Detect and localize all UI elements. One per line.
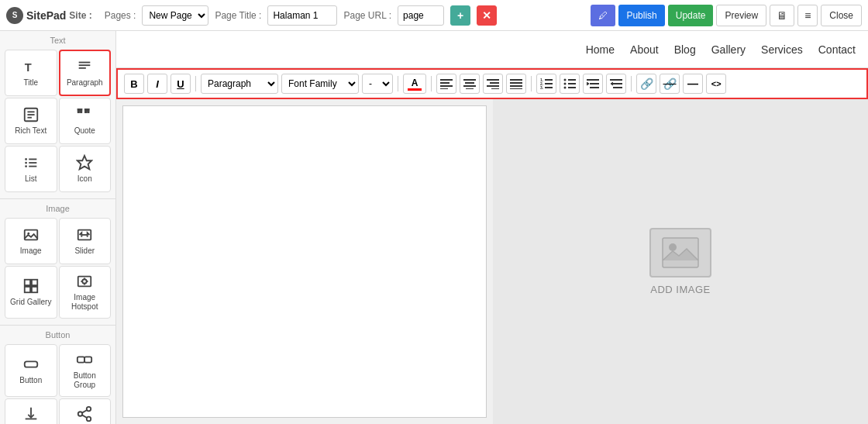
svg-rect-31 — [25, 361, 38, 367]
svg-point-13 — [25, 158, 27, 160]
sidebar-button-grid: Button Button Group Download Button — [0, 341, 115, 424]
nav-gallery[interactable]: Gallery — [711, 43, 746, 56]
brand: S SitePad Site : — [6, 7, 92, 24]
sidebar-section-text: Text — [0, 31, 115, 47]
text-color-button[interactable]: A — [403, 74, 426, 94]
page-url-input[interactable] — [398, 5, 444, 26]
font-size-select[interactable]: - 8 10 12 14 16 18 24 — [362, 74, 393, 94]
svg-line-37 — [82, 415, 87, 418]
site-label: Site : — [69, 10, 91, 21]
hr-button[interactable]: — — [683, 74, 703, 94]
unlink-button[interactable]: 🔗 — [660, 74, 680, 94]
sidebar-item-button[interactable]: Button — [5, 344, 57, 397]
add-page-button[interactable]: + — [450, 5, 470, 26]
desktop-button[interactable]: 🖥 — [770, 5, 794, 26]
preview-button[interactable]: Preview — [716, 5, 766, 26]
sidebar-item-quote[interactable]: " " Quote — [59, 98, 112, 144]
bold-button[interactable]: B — [124, 74, 144, 94]
sidebar-item-image[interactable]: Image — [5, 218, 57, 264]
sidebar-item-richtext-label: Rich Text — [15, 126, 46, 136]
toolbar-sep-1 — [195, 76, 196, 91]
sidebar-item-paragraph[interactable]: Paragraph — [59, 50, 112, 96]
topbar-right: 🖊 Publish Update Preview 🖥 ≡ Close — [591, 5, 862, 26]
sidebar-item-button-group[interactable]: Button Group — [59, 344, 112, 397]
nav-services[interactable]: Services — [761, 43, 803, 56]
align-center-button[interactable] — [460, 74, 480, 94]
brand-icon: S — [6, 7, 23, 24]
svg-point-35 — [78, 412, 83, 416]
update-button[interactable]: Update — [668, 5, 714, 26]
sidebar-item-quote-label: Quote — [74, 126, 95, 136]
preview-mode-button[interactable]: 🖊 — [591, 5, 615, 26]
sidebar-item-image-hotspot[interactable]: Image Hotspot — [59, 266, 112, 319]
sidebar-item-icon-label: Icon — [78, 174, 92, 184]
close-button[interactable]: Close — [821, 5, 862, 26]
toolbar-sep-4 — [531, 76, 532, 91]
text-panel[interactable] — [122, 105, 487, 418]
sidebar-item-slider-label: Slider — [74, 246, 95, 256]
ordered-list-button[interactable]: 1.2.3. — [536, 74, 556, 94]
align-left-button[interactable] — [436, 74, 456, 94]
editor-content: ADD IMAGE — [116, 99, 868, 424]
svg-line-38 — [82, 410, 87, 413]
editor-toolbar: B I U Paragraph Heading 1 Heading 2 Head… — [116, 68, 868, 99]
brand-name: SitePad — [26, 9, 66, 22]
sidebar-item-list[interactable]: List — [5, 146, 57, 192]
nav-blog[interactable]: Blog — [674, 43, 696, 56]
svg-point-14 — [25, 162, 27, 164]
page-title-input[interactable] — [267, 5, 337, 26]
sidebar-item-title-label: Title — [23, 78, 38, 88]
sidebar-section-image: Image — [0, 198, 115, 215]
format-select[interactable]: Paragraph Heading 1 Heading 2 Heading 3 — [201, 74, 278, 94]
image-icon-box — [649, 228, 711, 277]
svg-point-69 — [564, 83, 567, 85]
sidebar-item-download-button[interactable]: Download Button — [5, 398, 57, 424]
indent-button[interactable] — [583, 74, 603, 94]
align-right-button[interactable] — [483, 74, 503, 94]
sidebar-item-icon[interactable]: Icon — [59, 146, 112, 192]
sidebar-item-grid-gallery[interactable]: Grid Gallery — [5, 266, 57, 319]
svg-marker-16 — [78, 156, 91, 169]
svg-point-15 — [25, 165, 27, 167]
sidebar-item-image-hotspot-label: Image Hotspot — [63, 293, 108, 312]
sidebar-item-social-share[interactable]: Social Share Buttons — [59, 398, 112, 424]
underline-button[interactable]: U — [170, 74, 191, 94]
main-layout: Text T Title Paragraph — [0, 31, 868, 424]
svg-point-34 — [87, 407, 91, 412]
outdent-button[interactable] — [606, 74, 626, 94]
sidebar-item-image-label: Image — [20, 246, 42, 256]
svg-point-68 — [564, 79, 567, 81]
add-image-label: ADD IMAGE — [650, 284, 710, 295]
nav-bar: Home About Blog Gallery Services Contact — [116, 31, 868, 68]
sidebar-text-grid: T Title Paragraph Rich Text — [0, 47, 115, 195]
sidebar-item-paragraph-label: Paragraph — [67, 78, 103, 88]
svg-rect-17 — [25, 230, 38, 240]
sidebar-item-slider[interactable]: Slider — [59, 218, 112, 264]
nav-home[interactable]: Home — [586, 43, 615, 56]
pages-select[interactable]: New Page — [142, 5, 208, 26]
svg-rect-22 — [32, 280, 37, 285]
svg-point-18 — [27, 233, 29, 235]
svg-point-26 — [83, 279, 88, 284]
pages-label: Pages : — [105, 10, 136, 21]
svg-point-70 — [564, 87, 567, 89]
svg-point-36 — [87, 417, 91, 422]
nav-contact[interactable]: Contact — [818, 43, 856, 56]
image-panel[interactable]: ADD IMAGE — [493, 99, 868, 424]
menu-button[interactable]: ≡ — [797, 5, 818, 26]
source-button[interactable]: <> — [706, 74, 726, 94]
sidebar-item-title[interactable]: T Title — [5, 50, 57, 96]
topbar: S SitePad Site : Pages : New Page Page T… — [0, 0, 868, 31]
link-button[interactable]: 🔗 — [636, 74, 656, 94]
unordered-list-button[interactable] — [560, 74, 580, 94]
nav-about[interactable]: About — [630, 43, 659, 56]
align-justify-button[interactable] — [506, 74, 526, 94]
publish-button[interactable]: Publish — [618, 5, 664, 26]
sidebar-item-richtext[interactable]: Rich Text — [5, 98, 57, 144]
italic-button[interactable]: I — [147, 74, 167, 94]
font-family-select[interactable]: Font Family — [281, 74, 359, 94]
svg-point-78 — [669, 243, 677, 251]
remove-page-button[interactable]: ✕ — [477, 5, 497, 26]
sidebar-item-list-label: List — [25, 174, 37, 184]
image-placeholder: ADD IMAGE — [649, 228, 711, 295]
